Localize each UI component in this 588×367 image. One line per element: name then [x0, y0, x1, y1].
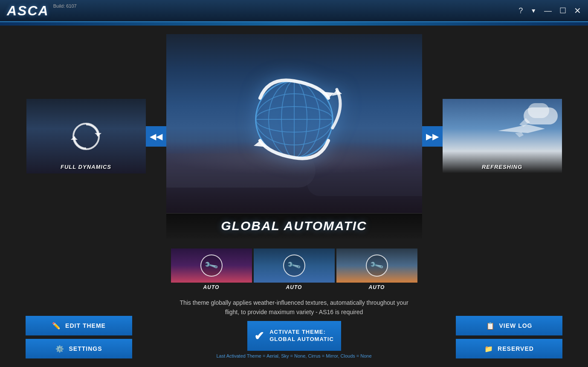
help-button[interactable]: ? [518, 6, 523, 15]
sub-icon-3[interactable]: 🔧 AUTO [336, 249, 417, 291]
reserved-button[interactable]: 📁 RESERVED [456, 339, 562, 358]
right-theme-thumb[interactable]: REFRESHING [443, 99, 562, 173]
minimize-button[interactable]: — [544, 6, 552, 15]
sub-icons-row: 🔧 AUTO 🔧 AUTO 🔧 AUTO [171, 249, 417, 291]
prev-icon: ◀◀ [150, 131, 162, 142]
description-text: This theme globally applies weather-infl… [175, 298, 414, 317]
dropdown-button[interactable]: ▼ [530, 7, 536, 14]
prev-theme-button[interactable]: ◀◀ [146, 126, 166, 147]
reserved-icon: 📁 [484, 345, 493, 353]
view-log-label: VIEW LOG [499, 322, 533, 329]
view-log-button[interactable]: 📋 VIEW LOG [456, 316, 562, 335]
settings-button[interactable]: ⚙️ SETTINGS [26, 339, 132, 358]
next-icon: ▶▶ [426, 131, 439, 142]
left-theme-thumb[interactable]: FULL DYNAMICS [26, 99, 146, 173]
settings-label: SETTINGS [69, 345, 102, 352]
left-thumb-image: FULL DYNAMICS [26, 99, 146, 173]
app-logo: ASCA [7, 3, 49, 19]
checkmark-icon: ✔ [254, 329, 264, 343]
log-icon: 📋 [486, 322, 495, 330]
left-theme-label: FULL DYNAMICS [26, 164, 146, 170]
last-activated-value: None [360, 353, 371, 358]
maximize-button[interactable]: ☐ [559, 6, 566, 15]
top-strip [0, 22, 588, 26]
gear-icon: ⚙️ [55, 345, 64, 353]
sub-icon-2[interactable]: 🔧 AUTO [254, 249, 335, 291]
close-button[interactable]: ✕ [574, 6, 581, 16]
build-info: Build: 6107 [53, 3, 77, 9]
last-activated-text: Last Activated Theme = Aerial, Sky = Non… [216, 353, 371, 358]
svg-marker-2 [71, 136, 78, 140]
titlebar-controls: ? ▼ — ☐ ✕ [518, 6, 581, 16]
sub-icon-1[interactable]: 🔧 AUTO [171, 249, 252, 291]
right-theme-label: REFRESHING [443, 164, 562, 170]
sub-icon-label-2: AUTO [254, 283, 335, 290]
activate-button[interactable]: ✔ ACTIVATE THEME: GLOBAL AUTOMATIC [247, 321, 341, 351]
center-label-bar: GLOBAL AUTOMATIC [166, 213, 422, 238]
center-bottom: ✔ ACTIVATE THEME: GLOBAL AUTOMATIC Last … [216, 321, 371, 358]
sub-icon-bg-3: 🔧 [336, 249, 417, 283]
edit-theme-label: EDIT THEME [65, 322, 106, 329]
center-theme-image [166, 34, 422, 213]
center-theme-name: GLOBAL AUTOMATIC [221, 219, 367, 233]
edit-theme-button[interactable]: ✏️ EDIT THEME [26, 316, 132, 335]
right-buttons: 📋 VIEW LOG 📁 RESERVED [456, 316, 562, 358]
center-display: GLOBAL AUTOMATIC [166, 34, 422, 238]
svg-marker-1 [95, 133, 101, 136]
tools-icon-1: 🔧 [200, 254, 223, 277]
bottom-buttons: ✏️ EDIT THEME ⚙️ SETTINGS ✔ ACTIVATE THE… [0, 316, 588, 358]
globe-icon [235, 64, 354, 183]
activate-label: ACTIVATE THEME: [269, 329, 326, 336]
right-thumb-image: REFRESHING [443, 99, 562, 173]
sub-icon-bg-1: 🔧 [171, 249, 252, 283]
titlebar: ASCA Build: 6107 ? ▼ — ☐ ✕ [0, 0, 588, 22]
tools-icon-2: 🔧 [283, 254, 305, 277]
reserved-label: RESERVED [498, 345, 534, 352]
main-content: FULL DYNAMICS ◀◀ [0, 22, 588, 367]
sub-icon-label-1: AUTO [171, 283, 252, 290]
activate-name: GLOBAL AUTOMATIC [269, 336, 334, 343]
next-theme-button[interactable]: ▶▶ [422, 126, 443, 147]
last-activated-label: Last Activated Theme = Aerial, Sky = Non… [216, 353, 360, 358]
refresh-icon [69, 119, 103, 153]
carousel-area: FULL DYNAMICS ◀◀ [0, 26, 588, 243]
sub-icon-label-3: AUTO [336, 283, 417, 290]
tools-icon-3: 🔧 [366, 254, 388, 277]
pencil-icon: ✏️ [52, 322, 61, 330]
sub-icon-bg-2: 🔧 [254, 249, 335, 283]
left-buttons: ✏️ EDIT THEME ⚙️ SETTINGS [26, 316, 132, 358]
